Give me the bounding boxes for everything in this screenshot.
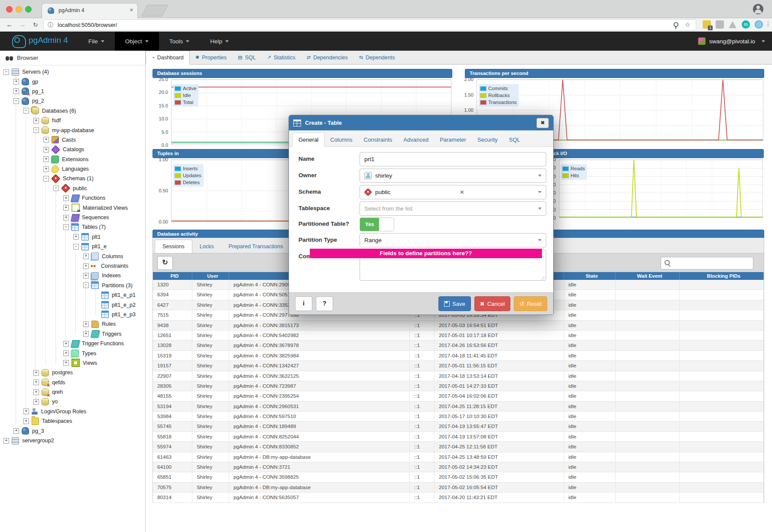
expand-icon[interactable]: +: [33, 118, 39, 123]
dialog-tab-columns[interactable]: Columns: [324, 133, 358, 146]
tree-item-plt1-e-p1[interactable]: +plt1_e_p1: [0, 290, 145, 300]
tree-item-catalogs[interactable]: +Catalogs: [0, 145, 145, 154]
expand-icon[interactable]: +: [63, 341, 69, 347]
tab-sql[interactable]: ▤SQL: [232, 51, 261, 64]
dialog-tab-general[interactable]: General: [292, 133, 324, 147]
expand-icon[interactable]: +: [33, 389, 39, 395]
expand-icon[interactable]: +: [23, 409, 29, 414]
name-field[interactable]: [360, 152, 546, 166]
tab-close-icon[interactable]: ✕: [130, 7, 133, 13]
expand-icon[interactable]: +: [33, 399, 39, 405]
extension-icon-2[interactable]: [716, 20, 724, 29]
collapse-icon[interactable]: −: [53, 185, 59, 191]
save-button[interactable]: Save: [438, 296, 471, 311]
dialog-tab-advanced[interactable]: Advanced: [398, 133, 434, 146]
tree-item-materialized-views[interactable]: +Materialized Views: [0, 203, 145, 212]
tree-item-public[interactable]: −public: [0, 184, 145, 193]
menu-file[interactable]: File: [78, 32, 115, 51]
tree-item-qreh[interactable]: +qreh: [0, 387, 145, 397]
dialog-tab-security[interactable]: Security: [472, 133, 503, 146]
tree-item-pg-3[interactable]: +pg_3: [0, 426, 145, 435]
collapse-icon[interactable]: −: [73, 244, 79, 250]
menu-help[interactable]: Help: [200, 32, 239, 51]
tree-item-rules[interactable]: +Rules: [0, 319, 145, 329]
window-zoom-button[interactable]: [25, 6, 32, 13]
tree-item-views[interactable]: +Views: [0, 358, 145, 368]
extension-icon-4[interactable]: [755, 20, 763, 29]
tree-item-casts[interactable]: +Casts: [0, 135, 145, 145]
browser-menu-icon[interactable]: ⋮: [765, 20, 771, 27]
sql-info-button[interactable]: i: [295, 296, 312, 311]
url-bar[interactable]: ⓘ localhost:5050/browser/ ☆: [43, 19, 696, 30]
tree-item-functions[interactable]: +Functions: [0, 193, 145, 203]
browser-tab[interactable]: pgAdmin 4 ✕: [42, 3, 138, 18]
tree-item-plt1-e[interactable]: −plt1_e: [0, 242, 145, 251]
expand-icon[interactable]: +: [43, 147, 49, 152]
tree-item-plt1[interactable]: +plt1: [0, 232, 145, 242]
tree-item-tablespaces[interactable]: +Tablespaces: [0, 416, 145, 426]
partition-type-select[interactable]: Range: [360, 233, 546, 247]
resize-grip[interactable]: [541, 276, 545, 279]
browser-profile-icon[interactable]: [753, 4, 763, 14]
tab-statistics[interactable]: ↗Statistics: [261, 51, 301, 64]
tree-item-servergroup2[interactable]: +servergroup2: [0, 436, 145, 445]
expand-icon[interactable]: +: [23, 418, 29, 424]
expand-icon[interactable]: +: [3, 438, 9, 444]
column-header-pid[interactable]: PID: [153, 272, 192, 280]
tree-item-qefds[interactable]: +qefds: [0, 378, 145, 387]
drive-icon[interactable]: [729, 21, 736, 28]
extension-icon-3[interactable]: m: [742, 20, 750, 29]
tree-item-plt1-e-p3[interactable]: +plt1_e_p3: [0, 310, 145, 319]
expand-icon[interactable]: +: [33, 380, 39, 385]
tree-item-sequences[interactable]: +Sequences: [0, 213, 145, 222]
page-info-icon[interactable]: ⓘ: [48, 21, 53, 29]
expand-icon[interactable]: +: [43, 166, 49, 172]
password-key-icon[interactable]: [674, 22, 678, 27]
tree-item-postgres[interactable]: +postgres: [0, 368, 145, 377]
tree-item-trigger-functions[interactable]: +Trigger Functions: [0, 339, 145, 348]
search-input[interactable]: [673, 259, 751, 268]
expand-icon[interactable]: +: [63, 195, 69, 201]
expand-icon[interactable]: +: [13, 79, 19, 84]
tab-properties[interactable]: ✱Properties: [190, 51, 232, 64]
url-text[interactable]: localhost:5050/browser/: [58, 22, 117, 28]
expand-icon[interactable]: +: [13, 88, 19, 94]
clear-icon[interactable]: ✕: [460, 189, 469, 195]
help-button[interactable]: ?: [316, 296, 333, 311]
expand-icon[interactable]: +: [43, 137, 49, 143]
column-header-blocking-pids[interactable]: Blocking PIDs: [680, 272, 764, 280]
activity-tab-prepared-transactions[interactable]: Prepared Transactions: [221, 240, 290, 253]
collapse-icon[interactable]: −: [43, 176, 49, 182]
expand-icon[interactable]: +: [63, 215, 69, 221]
tablespace-select[interactable]: Select from the list: [360, 201, 546, 216]
dialog-tab-constraints[interactable]: Constraints: [358, 133, 398, 146]
activity-tab-locks[interactable]: Locks: [192, 240, 221, 253]
tree-item-pg-2[interactable]: −pg_2: [0, 96, 145, 106]
collapse-icon[interactable]: −: [63, 224, 69, 230]
tree-item-gp[interactable]: +gp: [0, 77, 145, 86]
new-tab-button[interactable]: [141, 5, 168, 16]
collapse-icon[interactable]: −: [3, 69, 9, 75]
tree-item-tables-7[interactable]: −Tables (7): [0, 222, 145, 232]
partitioned-toggle[interactable]: Yes: [360, 217, 394, 231]
schema-select[interactable]: public ✕: [360, 185, 546, 199]
expand-icon[interactable]: +: [33, 370, 39, 376]
dialog-tab-sql[interactable]: SQL: [503, 133, 526, 146]
tree-item-databases-6[interactable]: −Databases (6): [0, 106, 145, 116]
reset-button[interactable]: ↺Reset: [514, 296, 547, 311]
dialog-header[interactable]: Create - Table ✖: [289, 115, 553, 130]
cancel-button[interactable]: ✖Cancel: [474, 296, 510, 311]
expand-icon[interactable]: +: [83, 263, 89, 269]
tree-item-fsdf[interactable]: +fsdf: [0, 116, 145, 125]
bookmark-star-icon[interactable]: ☆: [685, 21, 691, 29]
column-header-user[interactable]: User: [192, 272, 229, 280]
user-menu[interactable]: swang@pivotal.io: [698, 32, 765, 51]
column-header-state[interactable]: State: [564, 272, 616, 280]
expand-icon[interactable]: +: [83, 331, 89, 337]
tree-item-triggers[interactable]: +Triggers: [0, 329, 145, 339]
dialog-close-button[interactable]: ✖: [536, 118, 549, 128]
tab-dependencies[interactable]: ⇄Dependencies: [301, 51, 354, 64]
expand-icon[interactable]: +: [63, 205, 69, 211]
expand-icon[interactable]: +: [83, 321, 89, 327]
collapse-icon[interactable]: −: [33, 127, 39, 133]
